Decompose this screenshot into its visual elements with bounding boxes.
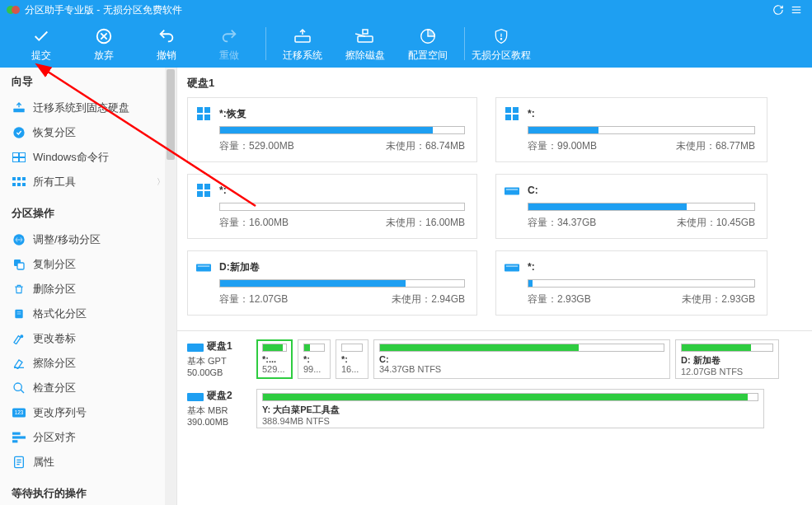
usage-bar bbox=[528, 203, 755, 211]
sidebar-item[interactable]: 123更改序列号 bbox=[0, 400, 176, 425]
menu-icon[interactable] bbox=[787, 1, 805, 19]
partition-name: *: bbox=[528, 108, 535, 119]
capacity-label: 容量：16.00MB bbox=[219, 216, 289, 230]
partition-name: *:恢复 bbox=[219, 107, 246, 121]
partition-card[interactable]: *:容量：99.00MB未使用：68.77MB bbox=[495, 97, 767, 162]
disk-title: 硬盘1 bbox=[177, 72, 812, 97]
svg-rect-57 bbox=[197, 191, 203, 197]
disk-meta: 基本 GPT bbox=[187, 355, 256, 367]
sidebar-item[interactable]: 擦除分区 bbox=[0, 351, 176, 376]
titlebar: 分区助手专业版 - 无损分区免费软件 bbox=[0, 0, 812, 20]
svg-rect-21 bbox=[20, 158, 25, 161]
partition-segment[interactable]: *:...529... bbox=[256, 339, 293, 379]
windows-icon bbox=[196, 183, 211, 198]
disk-info[interactable]: 硬盘1基本 GPT50.00GB bbox=[187, 339, 256, 379]
disk-name: 硬盘2 bbox=[207, 389, 232, 403]
allocate-button[interactable]: 配置空间 bbox=[397, 20, 459, 68]
sidebar-item[interactable]: 分区对齐 bbox=[0, 425, 176, 450]
migrate-button[interactable]: 迁移系统 bbox=[271, 20, 334, 68]
props-icon bbox=[12, 455, 26, 470]
cmd-icon bbox=[12, 150, 26, 165]
disk-icon bbox=[187, 390, 204, 402]
partition-segment[interactable]: D: 新加卷12.07GB NTFS bbox=[675, 339, 779, 379]
windows-icon bbox=[505, 106, 519, 121]
capacity-label: 容量：34.37GB bbox=[528, 216, 596, 230]
disk-size: 50.00GB bbox=[187, 367, 256, 378]
sidebar-item[interactable]: 属性 bbox=[0, 450, 176, 475]
partition-card[interactable]: D:新加卷容量：12.07GB未使用：2.94GB bbox=[187, 250, 477, 316]
svg-rect-15 bbox=[13, 109, 24, 113]
disk-meta: 基本 MBR bbox=[187, 404, 256, 416]
delete-icon bbox=[12, 282, 26, 297]
svg-point-36 bbox=[14, 383, 21, 390]
sidebar-item-label: 复制分区 bbox=[33, 257, 76, 272]
capacity-label: 容量：529.00MB bbox=[219, 139, 294, 153]
svg-rect-66 bbox=[187, 393, 204, 401]
chevron-right-icon: 〉 bbox=[157, 176, 165, 188]
capacity-label: 容量：99.00MB bbox=[528, 139, 597, 153]
svg-rect-42 bbox=[12, 440, 17, 442]
svg-point-16 bbox=[13, 127, 24, 138]
sidebar-item[interactable]: Windows命令行 bbox=[0, 145, 176, 170]
tutorial-button[interactable]: 无损分区教程 bbox=[470, 20, 533, 68]
sidebar-item[interactable]: 删除分区 bbox=[0, 277, 176, 302]
submit-button[interactable]: 提交 bbox=[10, 20, 73, 68]
svg-rect-41 bbox=[12, 436, 26, 438]
check-icon bbox=[12, 381, 26, 395]
disk-info[interactable]: 硬盘2基本 MBR390.00MB bbox=[187, 389, 256, 428]
segment-label: *:... bbox=[262, 354, 287, 364]
sidebar-item-label: 格式化分区 bbox=[33, 306, 87, 321]
redo-button[interactable]: 重做 bbox=[198, 20, 260, 68]
svg-rect-23 bbox=[17, 177, 21, 180]
partition-name: *: bbox=[219, 185, 227, 196]
partition-name: C: bbox=[528, 185, 538, 196]
partition-segment[interactable]: C:34.37GB NTFS bbox=[373, 339, 670, 379]
svg-rect-60 bbox=[506, 189, 518, 190]
refresh-icon[interactable] bbox=[769, 1, 787, 19]
svg-rect-47 bbox=[197, 107, 203, 113]
label-icon bbox=[12, 331, 26, 346]
wipe-icon bbox=[12, 356, 26, 371]
partition-card[interactable]: *:恢复容量：529.00MB未使用：68.74MB bbox=[187, 97, 477, 162]
svg-rect-54 bbox=[513, 115, 519, 120]
drive-icon bbox=[196, 260, 211, 274]
scrollbar[interactable] bbox=[165, 68, 176, 505]
sidebar-item-label: 更改卷标 bbox=[33, 331, 76, 346]
sidebar-item[interactable]: 恢复分区 bbox=[0, 120, 176, 145]
sidebar-item[interactable]: 所有工具〉 bbox=[0, 170, 176, 194]
svg-rect-50 bbox=[204, 115, 210, 120]
partition-card[interactable]: C:容量：34.37GB未使用：10.45GB bbox=[495, 174, 767, 239]
discard-button[interactable]: 放弃 bbox=[73, 20, 135, 68]
align-icon bbox=[12, 430, 26, 445]
segment-size: 99... bbox=[303, 364, 325, 374]
undo-icon bbox=[157, 26, 176, 47]
undo-button[interactable]: 撤销 bbox=[135, 20, 198, 68]
segment-label: Y: 大白菜PE工具盘 bbox=[262, 404, 758, 416]
wipe-button[interactable]: 擦除磁盘 bbox=[334, 20, 397, 68]
free-label: 未使用：16.00MB bbox=[386, 216, 465, 230]
segment-size: 388.94MB NTFS bbox=[262, 416, 758, 426]
sidebar-item[interactable]: 迁移系统到固态硬盘 bbox=[0, 96, 176, 120]
svg-rect-65 bbox=[187, 344, 204, 352]
resize-icon bbox=[12, 232, 26, 247]
sidebar-item[interactable]: 复制分区 bbox=[0, 252, 176, 277]
svg-rect-24 bbox=[22, 177, 26, 180]
free-label: 未使用：2.93GB bbox=[682, 292, 755, 306]
sidebar-item-label: 更改序列号 bbox=[33, 405, 87, 420]
redo-icon bbox=[220, 26, 238, 47]
svg-rect-59 bbox=[505, 187, 519, 194]
partition-card[interactable]: *:容量：16.00MB未使用：16.00MB bbox=[187, 174, 477, 239]
sidebar-item[interactable]: 检查分区 bbox=[0, 376, 176, 400]
drive-icon bbox=[505, 260, 519, 274]
sidebar-item[interactable]: 更改卷标 bbox=[0, 326, 176, 351]
svg-rect-27 bbox=[22, 183, 26, 186]
partition-card[interactable]: *:容量：2.93GB未使用：2.93GB bbox=[495, 250, 767, 316]
windows-icon bbox=[196, 106, 211, 121]
sidebar-item[interactable]: 格式化分区 bbox=[0, 302, 176, 326]
sidebar-item[interactable]: 调整/移动分区 bbox=[0, 227, 176, 252]
sidebar-group-wizard: 向导 bbox=[0, 68, 176, 96]
partition-segment[interactable]: *:16... bbox=[336, 339, 368, 379]
partition-segment[interactable]: *:99... bbox=[298, 339, 331, 379]
sidebar-item-label: 检查分区 bbox=[33, 381, 76, 395]
partition-segment[interactable]: Y: 大白菜PE工具盘388.94MB NTFS bbox=[256, 389, 764, 428]
